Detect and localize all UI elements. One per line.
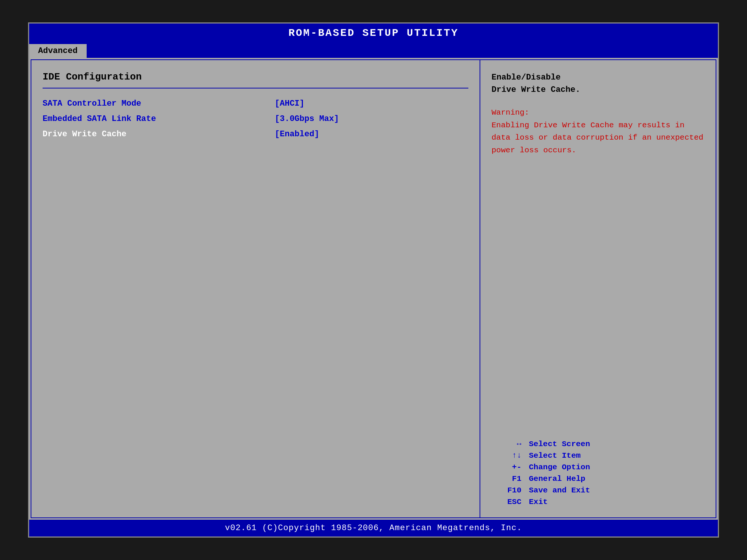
key-symbol-esc: ESC (492, 498, 521, 506)
key-item-f10: F10 Save and Exit (492, 486, 704, 495)
config-value-sata-mode: [AHCI] (275, 99, 468, 108)
section-divider (43, 88, 468, 88)
key-item-select-item: ↑↓ Select Item (492, 451, 704, 460)
left-panel: IDE Configuration SATA Controller Mode [… (31, 60, 480, 517)
right-panel: Enable/Disable Drive Write Cache. Warnin… (480, 60, 716, 517)
help-title-line2: Drive Write Cache. (492, 85, 580, 94)
title-bar: ROM-BASED SETUP UTILITY (29, 24, 718, 43)
key-desc-change-option: Change Option (529, 463, 590, 472)
warning-body: Enabling Drive Write Cache may results i… (492, 121, 703, 155)
key-symbol-plusminus: +- (492, 463, 521, 472)
key-desc-f10: Save and Exit (529, 486, 590, 495)
key-desc-select-item: Select Item (529, 451, 581, 460)
key-desc-select-screen: Select Screen (529, 440, 590, 448)
menu-bar: Advanced (29, 43, 718, 58)
key-symbol-updown: ↑↓ (492, 451, 521, 460)
key-symbol-arrows: ↔ (492, 440, 521, 448)
title-text: ROM-BASED SETUP UTILITY (288, 27, 458, 39)
menu-tab-advanced[interactable]: Advanced (29, 44, 87, 58)
warning-text: Warning: Enabling Drive Write Cache may … (492, 106, 704, 156)
key-symbol-f1: F1 (492, 475, 521, 483)
key-item-esc: ESC Exit (492, 498, 704, 506)
config-value-drive-cache: [Enabled] (275, 130, 468, 139)
config-item-drive-cache[interactable]: Drive Write Cache [Enabled] (43, 130, 468, 139)
config-label-sata-link: Embedded SATA Link Rate (43, 114, 275, 124)
warning-label: Warning: (492, 108, 529, 117)
key-item-f1: F1 General Help (492, 475, 704, 483)
key-item-select-screen: ↔ Select Screen (492, 440, 704, 448)
config-item-sata-mode[interactable]: SATA Controller Mode [AHCI] (43, 99, 468, 108)
config-item-sata-link[interactable]: Embedded SATA Link Rate [3.0Gbps Max] (43, 114, 468, 124)
footer: v02.61 (C)Copyright 1985-2006, American … (29, 520, 718, 536)
content-area: IDE Configuration SATA Controller Mode [… (31, 59, 716, 518)
key-item-change-option: +- Change Option (492, 463, 704, 472)
key-desc-esc: Exit (529, 498, 548, 506)
footer-text: v02.61 (C)Copyright 1985-2006, American … (225, 523, 522, 533)
config-label-sata-mode: SATA Controller Mode (43, 99, 275, 108)
config-value-sata-link: [3.0Gbps Max] (275, 114, 468, 124)
key-symbol-f10: F10 (492, 486, 521, 495)
help-title: Enable/Disable Drive Write Cache. (492, 71, 704, 96)
key-desc-f1: General Help (529, 475, 585, 483)
key-help: ↔ Select Screen ↑↓ Select Item +- Change… (492, 440, 704, 506)
config-label-drive-cache: Drive Write Cache (43, 130, 275, 139)
section-title: IDE Configuration (43, 71, 468, 83)
bios-screen: ROM-BASED SETUP UTILITY Advanced IDE Con… (28, 22, 719, 538)
help-title-line1: Enable/Disable (492, 73, 561, 82)
